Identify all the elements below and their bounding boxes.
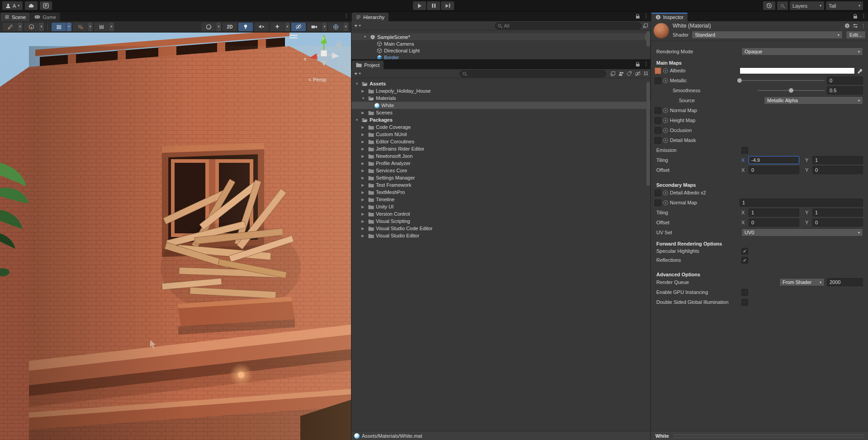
emission-checkbox[interactable] xyxy=(741,147,748,154)
chevron-down-icon[interactable]: ▾ xyxy=(359,71,361,76)
scene-lighting-button[interactable] xyxy=(238,23,253,31)
secondary-normal-checkbox[interactable] xyxy=(655,199,661,206)
specular-highlights-checkbox[interactable]: ✓ xyxy=(741,248,748,255)
expand-triangle-icon[interactable]: ▶ xyxy=(361,219,366,223)
metallic-value-field[interactable]: 0 xyxy=(827,76,863,85)
texture-picker-icon[interactable] xyxy=(663,190,668,195)
gizmos-button[interactable] xyxy=(328,23,343,31)
tab-project[interactable]: Project xyxy=(352,61,384,69)
project-scrollbar-thumb[interactable] xyxy=(646,82,650,186)
project-tree-item[interactable]: ▶Editor Coroutines xyxy=(351,138,651,145)
gizmos-dropdown-icon[interactable]: ▾ xyxy=(343,23,348,31)
popout-icon[interactable] xyxy=(610,71,616,76)
project-tree-item[interactable]: ▶Visual Scripting xyxy=(351,218,651,225)
tiling-y-field[interactable]: 1 xyxy=(812,156,863,164)
chevron-down-icon[interactable]: ▾ xyxy=(359,24,361,28)
expand-triangle-icon[interactable]: ▶ xyxy=(361,183,366,187)
project-create-button[interactable]: + xyxy=(354,71,358,76)
hierarchy-search-input[interactable]: All xyxy=(495,22,641,29)
sun-flare-gizmo[interactable] xyxy=(229,363,253,387)
shading-dropdown-icon[interactable]: ▾ xyxy=(216,23,221,31)
project-tree-item[interactable]: ▶Test Framework xyxy=(351,181,651,189)
2d-mode-button[interactable]: 2D xyxy=(223,23,237,31)
scene-effects-button[interactable] xyxy=(270,23,285,31)
expand-triangle-icon[interactable]: ▼ xyxy=(355,118,360,122)
source-dropdown[interactable]: Metallic Alpha▾ xyxy=(764,96,863,104)
double-sided-gi-checkbox[interactable] xyxy=(741,299,748,306)
project-tree-item[interactable]: ▶Settings Manager xyxy=(351,174,651,181)
offset-x-field[interactable]: 0 xyxy=(749,166,799,174)
uv-set-dropdown[interactable]: UV0▾ xyxy=(741,228,863,237)
secondary-normal-value-field[interactable]: 1 xyxy=(740,199,863,207)
presets-icon[interactable] xyxy=(853,23,858,28)
step-button[interactable] xyxy=(441,1,454,10)
draw-mode-tool-button[interactable] xyxy=(3,23,17,31)
expand-triangle-icon[interactable]: ▶ xyxy=(361,89,366,93)
expand-triangle-icon[interactable]: ▶ xyxy=(361,154,366,158)
hidden-eye-icon[interactable] xyxy=(635,71,641,76)
hierarchy-create-button[interactable]: + xyxy=(354,23,358,28)
project-tree-item[interactable]: White xyxy=(351,102,651,109)
lock-icon[interactable] xyxy=(854,16,857,19)
material-menu-icon[interactable]: ⋮ xyxy=(861,24,866,28)
pivot-dropdown-icon[interactable]: ▾ xyxy=(39,23,44,31)
tab-scene[interactable]: Scene xyxy=(0,13,30,21)
expand-triangle-icon[interactable]: ▼ xyxy=(361,96,366,100)
account-button[interactable]: A ▾ xyxy=(2,1,23,10)
scene-panel-menu-icon[interactable]: ⋮ xyxy=(344,14,349,19)
render-queue-dropdown[interactable]: From Shader▾ xyxy=(779,278,825,286)
preview-drag-handle[interactable] xyxy=(674,435,864,438)
version-control-button[interactable] xyxy=(40,1,52,10)
hierarchy-menu-icon[interactable]: ⋮ xyxy=(644,14,649,19)
expand-triangle-icon[interactable]: ▶ xyxy=(361,176,366,180)
project-search-input[interactable] xyxy=(460,70,606,77)
camera-dropdown-icon[interactable]: ▾ xyxy=(322,23,327,31)
measure-tool-button[interactable] xyxy=(94,23,109,31)
pivot-tool-button[interactable] xyxy=(24,23,38,31)
cloud-button[interactable] xyxy=(25,1,38,10)
eyedropper-icon[interactable] xyxy=(857,68,863,74)
secondary-offset-y-field[interactable]: 0 xyxy=(812,218,863,227)
project-tree-item[interactable]: ▶Code Coverage xyxy=(351,123,651,131)
expand-triangle-icon[interactable]: ▶ xyxy=(361,205,366,209)
offset-y-field[interactable]: 0 xyxy=(812,166,863,174)
occlusion-checkbox[interactable] xyxy=(655,127,661,134)
pause-button[interactable] xyxy=(427,1,440,10)
draw-mode-dropdown-icon[interactable]: ▾ xyxy=(18,23,23,31)
hierarchy-item-border[interactable]: Border xyxy=(351,54,651,59)
tab-inspector[interactable]: Inspector xyxy=(651,13,688,21)
expand-triangle-icon[interactable]: ▶ xyxy=(361,147,366,151)
lock-icon[interactable] xyxy=(636,16,640,19)
expand-triangle-icon[interactable]: ▶ xyxy=(361,212,366,216)
project-tree-item[interactable]: ▶Scenes xyxy=(351,109,651,116)
expand-triangle-icon[interactable]: ▶ xyxy=(361,161,366,166)
shader-dropdown[interactable]: Standard ▾ xyxy=(692,31,842,39)
project-tree-item[interactable]: ▶Newtonsoft Json xyxy=(351,152,651,160)
smoothness-slider[interactable] xyxy=(758,88,825,93)
hierarchy-item-directional-light[interactable]: Directional Light xyxy=(351,47,651,54)
expand-triangle-icon[interactable]: ▶ xyxy=(361,227,366,231)
texture-picker-icon[interactable] xyxy=(663,68,668,73)
project-tree-item[interactable]: ▼Packages xyxy=(351,116,651,123)
material-preview-header[interactable]: White xyxy=(651,431,868,440)
expand-triangle-icon[interactable]: ▼ xyxy=(363,35,368,39)
project-tree-item[interactable]: ▶Services Core xyxy=(351,167,651,174)
project-menu-icon[interactable]: ⋮ xyxy=(644,62,649,66)
smoothness-value-field[interactable]: 0.5 xyxy=(827,86,863,95)
persp-label[interactable]: < Persp xyxy=(308,77,327,82)
snap-increment-button[interactable] xyxy=(73,23,87,31)
grid-visibility-button[interactable] xyxy=(52,23,66,31)
expand-triangle-icon[interactable]: ▶ xyxy=(361,234,366,238)
project-tree-item[interactable]: ▶Visual Studio Editor xyxy=(351,232,651,239)
normal-map-checkbox[interactable] xyxy=(655,107,661,114)
inspector-menu-icon[interactable]: ⋮ xyxy=(861,14,866,19)
effects-dropdown-icon[interactable]: ▾ xyxy=(285,23,290,31)
render-queue-value-field[interactable]: 2000 xyxy=(827,278,863,286)
tiling-x-field[interactable]: -4.9 xyxy=(749,156,799,164)
project-tree-item[interactable]: ▶Unity UI xyxy=(351,203,651,210)
rendering-mode-dropdown[interactable]: Opaque▾ xyxy=(741,47,863,56)
texture-picker-icon[interactable] xyxy=(663,138,668,143)
project-tree-item[interactable]: ▶Custom NUnit xyxy=(351,131,651,138)
secondary-tiling-y-field[interactable]: 1 xyxy=(812,208,863,217)
lock-icon[interactable] xyxy=(636,64,640,66)
